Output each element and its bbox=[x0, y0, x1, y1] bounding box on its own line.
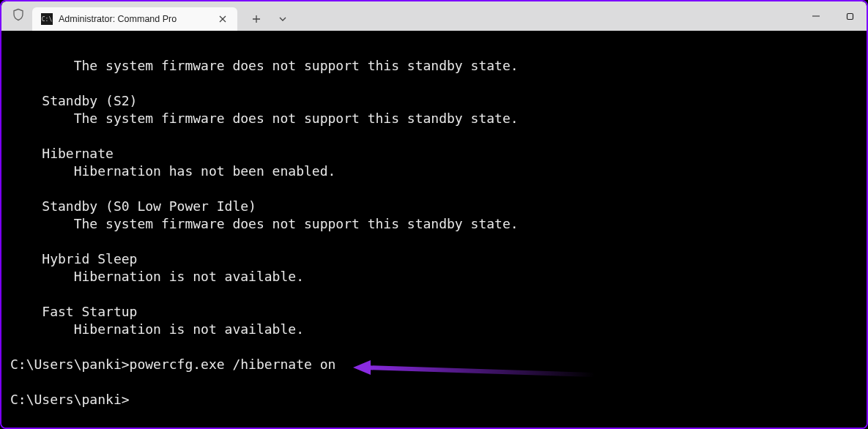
tab-close-button[interactable] bbox=[217, 13, 229, 25]
prompt-line-1: C:\Users\panki>powercfg.exe /hibernate o… bbox=[10, 357, 335, 372]
tab-active[interactable]: C:\ Administrator: Command Pro bbox=[32, 7, 237, 31]
tab-title: Administrator: Command Pro bbox=[59, 14, 217, 24]
shield-icon bbox=[12, 8, 25, 24]
terminal-content[interactable]: The system firmware does not support thi… bbox=[1, 31, 867, 428]
tab-dropdown-button[interactable] bbox=[270, 7, 296, 31]
window-controls bbox=[799, 1, 867, 31]
new-tab-button[interactable] bbox=[243, 7, 270, 31]
tab-actions bbox=[243, 1, 296, 31]
prompt-path: C:\Users\panki> bbox=[10, 357, 130, 372]
annotation-arrow bbox=[353, 360, 602, 389]
titlebar: C:\ Administrator: Command Pro bbox=[1, 1, 867, 31]
svg-marker-6 bbox=[353, 360, 371, 375]
minimize-button[interactable] bbox=[799, 1, 833, 31]
terminal-output: The system firmware does not support thi… bbox=[10, 58, 519, 337]
svg-rect-5 bbox=[847, 13, 853, 19]
prompt-line-2: C:\Users\panki> bbox=[10, 392, 130, 407]
prompt-path: C:\Users\panki> bbox=[10, 392, 130, 407]
prompt-command: powercfg.exe /hibernate on bbox=[130, 357, 336, 372]
cmd-icon: C:\ bbox=[41, 13, 53, 25]
maximize-button[interactable] bbox=[833, 1, 867, 31]
